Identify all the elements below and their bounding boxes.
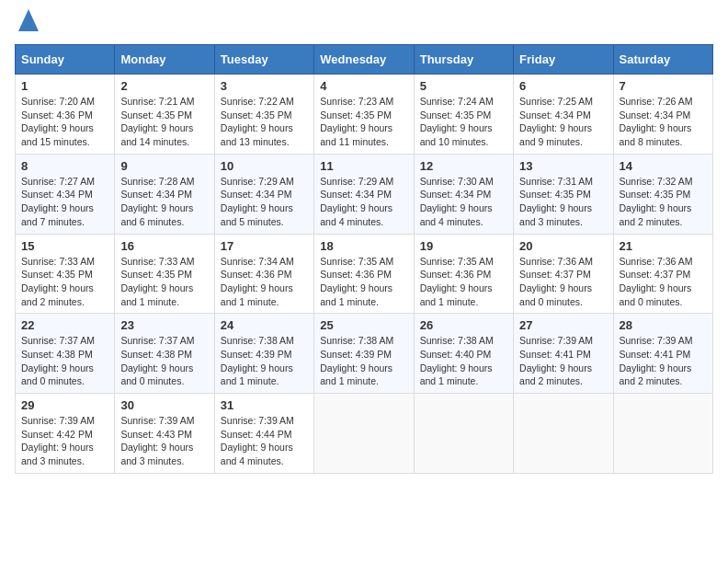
day-info: Sunrise: 7:37 AM Sunset: 4:38 PM Dayligh… bbox=[21, 334, 108, 388]
day-number: 30 bbox=[120, 398, 208, 412]
day-info: Sunrise: 7:23 AM Sunset: 4:35 PM Dayligh… bbox=[320, 95, 407, 149]
day-info: Sunrise: 7:20 AM Sunset: 4:36 PM Dayligh… bbox=[21, 95, 108, 149]
day-number: 17 bbox=[221, 239, 308, 253]
calendar-cell: 28 Sunrise: 7:39 AM Sunset: 4:41 PM Dayl… bbox=[613, 314, 712, 394]
day-number: 8 bbox=[21, 159, 108, 173]
sunrise-label: Sunrise: 7:32 AM bbox=[620, 176, 693, 187]
calendar-cell: 21 Sunrise: 7:36 AM Sunset: 4:37 PM Dayl… bbox=[613, 234, 712, 314]
day-info: Sunrise: 7:28 AM Sunset: 4:34 PM Dayligh… bbox=[120, 175, 208, 229]
daylight-label: Daylight: 9 hours and 0 minutes. bbox=[120, 362, 193, 387]
sunset-label: Sunset: 4:34 PM bbox=[221, 189, 292, 200]
daylight-label: Daylight: 9 hours and 9 minutes. bbox=[519, 122, 592, 147]
day-info: Sunrise: 7:35 AM Sunset: 4:36 PM Dayligh… bbox=[420, 255, 507, 309]
calendar-cell bbox=[414, 394, 513, 474]
day-number: 5 bbox=[420, 79, 507, 93]
sunrise-label: Sunrise: 7:39 AM bbox=[21, 415, 95, 426]
calendar-cell: 26 Sunrise: 7:38 AM Sunset: 4:40 PM Dayl… bbox=[414, 314, 513, 394]
day-number: 9 bbox=[120, 159, 208, 173]
daylight-label: Daylight: 9 hours and 14 minutes. bbox=[120, 122, 193, 147]
calendar-cell bbox=[514, 394, 613, 474]
calendar-cell bbox=[613, 394, 712, 474]
sunset-label: Sunset: 4:35 PM bbox=[620, 189, 691, 200]
day-number: 4 bbox=[320, 79, 407, 93]
day-number: 11 bbox=[320, 159, 407, 173]
sunset-label: Sunset: 4:36 PM bbox=[420, 269, 492, 280]
day-number: 14 bbox=[620, 159, 707, 173]
sunset-label: Sunset: 4:35 PM bbox=[120, 269, 192, 280]
sunset-label: Sunset: 4:36 PM bbox=[320, 269, 392, 280]
sunset-label: Sunset: 4:38 PM bbox=[120, 349, 192, 360]
logo-icon bbox=[18, 7, 39, 33]
day-info: Sunrise: 7:38 AM Sunset: 4:39 PM Dayligh… bbox=[221, 334, 308, 388]
sunrise-label: Sunrise: 7:36 AM bbox=[519, 256, 593, 267]
daylight-label: Daylight: 9 hours and 4 minutes. bbox=[420, 202, 493, 227]
header-day-thursday: Thursday bbox=[414, 45, 513, 75]
day-number: 23 bbox=[120, 318, 208, 332]
calendar-week-5: 29 Sunrise: 7:39 AM Sunset: 4:42 PM Dayl… bbox=[16, 394, 713, 474]
day-info: Sunrise: 7:24 AM Sunset: 4:35 PM Dayligh… bbox=[420, 95, 507, 149]
day-number: 3 bbox=[221, 79, 308, 93]
sunrise-label: Sunrise: 7:37 AM bbox=[120, 335, 194, 346]
daylight-label: Daylight: 9 hours and 10 minutes. bbox=[420, 122, 493, 147]
daylight-label: Daylight: 9 hours and 2 minutes. bbox=[21, 282, 94, 307]
calendar-cell: 29 Sunrise: 7:39 AM Sunset: 4:42 PM Dayl… bbox=[16, 394, 115, 474]
calendar-cell: 9 Sunrise: 7:28 AM Sunset: 4:34 PM Dayli… bbox=[115, 154, 214, 234]
sunrise-label: Sunrise: 7:27 AM bbox=[21, 176, 95, 187]
sunset-label: Sunset: 4:34 PM bbox=[320, 189, 392, 200]
day-number: 18 bbox=[320, 239, 407, 253]
calendar-cell: 24 Sunrise: 7:38 AM Sunset: 4:39 PM Dayl… bbox=[214, 314, 313, 394]
daylight-label: Daylight: 9 hours and 0 minutes. bbox=[519, 282, 592, 307]
sunset-label: Sunset: 4:35 PM bbox=[221, 109, 292, 121]
header-row: SundayMondayTuesdayWednesdayThursdayFrid… bbox=[16, 45, 713, 75]
day-info: Sunrise: 7:25 AM Sunset: 4:34 PM Dayligh… bbox=[519, 95, 607, 149]
day-number: 15 bbox=[21, 239, 108, 253]
svg-marker-0 bbox=[18, 9, 39, 31]
sunrise-label: Sunrise: 7:39 AM bbox=[120, 415, 194, 426]
day-info: Sunrise: 7:30 AM Sunset: 4:34 PM Dayligh… bbox=[420, 175, 507, 229]
daylight-label: Daylight: 9 hours and 1 minute. bbox=[120, 282, 193, 307]
sunset-label: Sunset: 4:37 PM bbox=[620, 269, 691, 280]
day-info: Sunrise: 7:37 AM Sunset: 4:38 PM Dayligh… bbox=[120, 334, 208, 388]
calendar-table: SundayMondayTuesdayWednesdayThursdayFrid… bbox=[15, 44, 713, 474]
daylight-label: Daylight: 9 hours and 2 minutes. bbox=[519, 362, 592, 387]
sunrise-label: Sunrise: 7:29 AM bbox=[320, 176, 393, 187]
calendar-week-4: 22 Sunrise: 7:37 AM Sunset: 4:38 PM Dayl… bbox=[16, 314, 713, 394]
sunrise-label: Sunrise: 7:22 AM bbox=[221, 96, 294, 107]
header-day-monday: Monday bbox=[115, 45, 214, 75]
day-number: 28 bbox=[620, 318, 707, 332]
day-info: Sunrise: 7:36 AM Sunset: 4:37 PM Dayligh… bbox=[620, 255, 707, 309]
sunrise-label: Sunrise: 7:38 AM bbox=[320, 335, 393, 346]
sunset-label: Sunset: 4:40 PM bbox=[420, 349, 492, 360]
sunset-label: Sunset: 4:34 PM bbox=[21, 189, 93, 200]
sunrise-label: Sunrise: 7:28 AM bbox=[120, 176, 194, 187]
day-info: Sunrise: 7:39 AM Sunset: 4:42 PM Dayligh… bbox=[21, 414, 108, 468]
daylight-label: Daylight: 9 hours and 3 minutes. bbox=[120, 442, 193, 466]
day-info: Sunrise: 7:22 AM Sunset: 4:35 PM Dayligh… bbox=[221, 95, 308, 149]
day-number: 27 bbox=[519, 318, 607, 332]
day-number: 2 bbox=[120, 79, 208, 93]
daylight-label: Daylight: 9 hours and 5 minutes. bbox=[221, 202, 293, 227]
daylight-label: Daylight: 9 hours and 15 minutes. bbox=[21, 122, 94, 147]
sunset-label: Sunset: 4:35 PM bbox=[120, 109, 192, 121]
calendar-cell: 8 Sunrise: 7:27 AM Sunset: 4:34 PM Dayli… bbox=[16, 154, 115, 234]
daylight-label: Daylight: 9 hours and 11 minutes. bbox=[320, 122, 392, 147]
sunset-label: Sunset: 4:34 PM bbox=[120, 189, 192, 200]
calendar-cell: 11 Sunrise: 7:29 AM Sunset: 4:34 PM Dayl… bbox=[314, 154, 414, 234]
day-number: 22 bbox=[21, 318, 108, 332]
sunset-label: Sunset: 4:35 PM bbox=[519, 189, 591, 200]
calendar-cell: 4 Sunrise: 7:23 AM Sunset: 4:35 PM Dayli… bbox=[314, 75, 414, 155]
day-info: Sunrise: 7:38 AM Sunset: 4:39 PM Dayligh… bbox=[320, 334, 407, 388]
calendar-cell: 5 Sunrise: 7:24 AM Sunset: 4:35 PM Dayli… bbox=[414, 75, 513, 155]
sunset-label: Sunset: 4:38 PM bbox=[21, 349, 93, 360]
day-number: 7 bbox=[620, 79, 707, 93]
daylight-label: Daylight: 9 hours and 6 minutes. bbox=[120, 202, 193, 227]
day-number: 16 bbox=[120, 239, 208, 253]
day-number: 31 bbox=[221, 398, 308, 412]
calendar-cell: 13 Sunrise: 7:31 AM Sunset: 4:35 PM Dayl… bbox=[514, 154, 613, 234]
header-day-saturday: Saturday bbox=[613, 45, 712, 75]
daylight-label: Daylight: 9 hours and 1 minute. bbox=[221, 282, 293, 307]
daylight-label: Daylight: 9 hours and 1 minute. bbox=[320, 362, 392, 387]
day-info: Sunrise: 7:33 AM Sunset: 4:35 PM Dayligh… bbox=[21, 255, 108, 309]
calendar-header: SundayMondayTuesdayWednesdayThursdayFrid… bbox=[16, 45, 713, 75]
sunset-label: Sunset: 4:36 PM bbox=[21, 109, 93, 121]
